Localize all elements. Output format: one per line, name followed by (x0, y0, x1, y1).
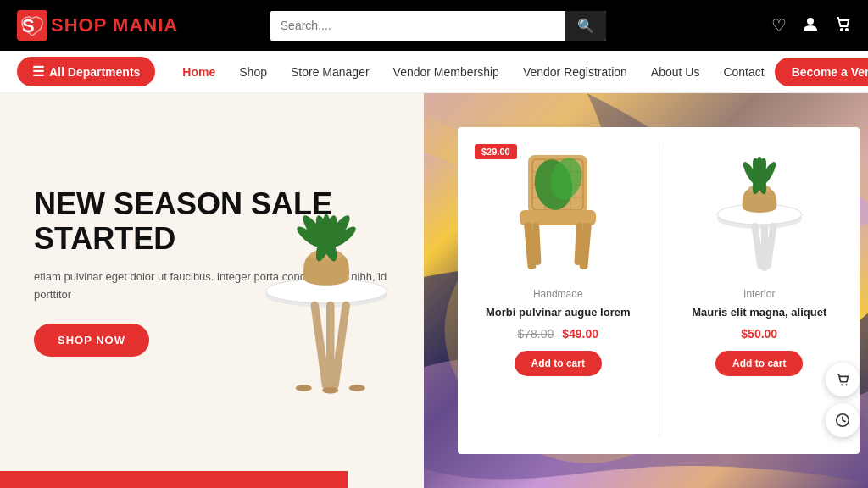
search-icon: 🔍 (577, 19, 594, 33)
header-icons: ♡ (771, 15, 851, 36)
product-new-price-1: $49.00 (562, 327, 598, 341)
products-overlay: $29.00 (458, 127, 860, 454)
search-bar: 🔍 (269, 9, 608, 42)
svg-rect-33 (520, 210, 596, 225)
search-input[interactable] (270, 12, 565, 39)
svg-point-4 (846, 28, 848, 30)
nav-vendor-membership[interactable]: Vendor Membership (383, 58, 509, 86)
hero-illustration (237, 102, 415, 424)
shop-now-button[interactable]: SHOP NOW (34, 324, 149, 357)
svg-point-2 (807, 18, 814, 25)
svg-point-50 (841, 384, 843, 385)
product-image-1 (498, 144, 617, 280)
nav-shop[interactable]: Shop (229, 58, 277, 86)
nav-home[interactable]: Home (172, 58, 225, 86)
svg-point-3 (841, 28, 843, 30)
header: S SHOP MANIA 🔍 ♡ (0, 0, 868, 51)
hamburger-icon: ☰ (32, 64, 44, 80)
product-new-price-2: $50.00 (741, 327, 777, 341)
wishlist-icon[interactable]: ♡ (771, 15, 787, 36)
bottom-red-bar (0, 471, 348, 488)
svg-point-10 (296, 385, 312, 391)
all-departments-button[interactable]: ☰ All Departments (17, 57, 155, 86)
user-icon[interactable] (802, 15, 819, 36)
logo-icon: S (17, 10, 47, 41)
nav-links: Home Shop Store Manager Vendor Membershi… (172, 58, 774, 86)
fab-cart[interactable] (826, 363, 860, 396)
add-to-cart-button-2[interactable]: Add to cart (715, 351, 803, 376)
svg-point-51 (845, 384, 847, 385)
product-badge-1: $29.00 (475, 144, 517, 159)
product-card-2: Interior Mauris elit magna, aliquet $50.… (676, 144, 843, 437)
main-content: NEW SEASON SALE STARTED etiam pulvinar e… (0, 93, 868, 488)
fab-container (826, 363, 860, 437)
card-divider (659, 144, 659, 437)
product-price-2: $50.00 (741, 327, 777, 341)
chair-svg (503, 147, 613, 278)
svg-point-12 (349, 385, 365, 391)
search-button[interactable]: 🔍 (565, 11, 606, 41)
nav-store-manager[interactable]: Store Manager (281, 58, 380, 86)
hero-section: NEW SEASON SALE STARTED etiam pulvinar e… (0, 93, 424, 488)
become-vendor-button[interactable]: Become a Vendor (775, 58, 868, 86)
logo-text: SHOP MANIA (51, 14, 178, 36)
nav-vendor-registration[interactable]: Vendor Registration (513, 58, 637, 86)
logo[interactable]: S SHOP MANIA (17, 10, 178, 41)
fab-clock[interactable] (826, 403, 860, 437)
add-to-cart-button-1[interactable]: Add to cart (515, 351, 602, 376)
product-category-1: Handmade (533, 288, 583, 300)
cart-icon[interactable] (834, 15, 851, 36)
product-name-1: Morbi pulvinar augue lorem (486, 305, 630, 320)
product-category-2: Interior (743, 288, 775, 300)
product-image-2 (700, 144, 819, 280)
product-name-2: Mauris elit magna, aliquet (692, 305, 826, 320)
right-section: $29.00 (424, 93, 868, 488)
interior-table-svg (704, 147, 815, 278)
nav-contact[interactable]: Contact (713, 58, 774, 86)
product-card-1: $29.00 (475, 144, 642, 437)
product-old-price-1: $78.00 (517, 327, 554, 341)
nav: ☰ All Departments Home Shop Store Manage… (0, 51, 868, 93)
product-price-1: $78.00 $49.00 (517, 327, 598, 341)
nav-about-us[interactable]: About Us (641, 58, 710, 86)
all-departments-label: All Departments (49, 65, 140, 79)
svg-point-11 (322, 387, 338, 394)
